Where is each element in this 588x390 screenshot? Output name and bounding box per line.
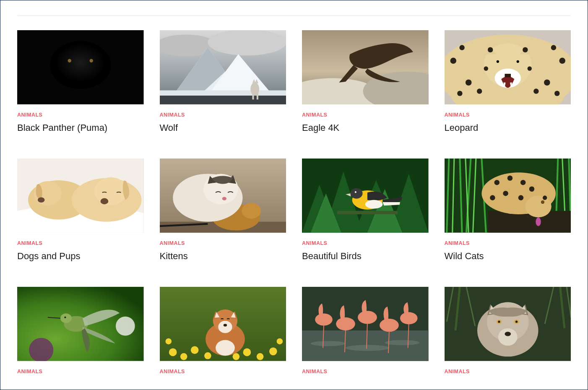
svg-point-162 (505, 332, 511, 336)
svg-point-1 (50, 41, 111, 89)
svg-point-132 (216, 340, 235, 356)
category-link[interactable]: ANIMALS (445, 240, 470, 246)
svg-point-56 (101, 198, 109, 205)
svg-point-96 (536, 218, 541, 226)
svg-point-115 (180, 353, 187, 360)
svg-point-130 (218, 321, 232, 333)
svg-point-117 (204, 352, 211, 359)
category-link[interactable]: ANIMALS (302, 112, 327, 118)
wallpaper-card: ANIMALSDogs and Pups (17, 159, 144, 262)
svg-rect-11 (160, 90, 286, 95)
svg-point-27 (496, 60, 499, 63)
svg-point-34 (465, 79, 471, 86)
svg-point-95 (525, 196, 551, 218)
wallpaper-card: ANIMALSWolf (160, 30, 286, 133)
category-link[interactable]: ANIMALS (160, 240, 185, 246)
wallpaper-card: ANIMALSLeopard (445, 30, 571, 133)
svg-point-166 (515, 321, 517, 323)
wallpaper-thumbnail[interactable] (445, 159, 571, 233)
wallpaper-thumbnail[interactable] (17, 287, 144, 361)
svg-point-97 (494, 180, 499, 185)
wallpaper-thumbnail[interactable] (445, 287, 571, 361)
wallpaper-card: ANIMALSBlack Panther (Puma) (17, 30, 144, 133)
svg-point-118 (243, 348, 251, 356)
top-divider (17, 16, 571, 16)
svg-point-103 (490, 195, 495, 200)
wallpaper-title[interactable]: Beautiful Birds (302, 250, 362, 262)
wallpaper-thumbnail[interactable] (160, 30, 286, 104)
svg-rect-16 (256, 94, 258, 100)
wallpaper-thumbnail[interactable] (160, 159, 286, 233)
category-link[interactable]: ANIMALS (302, 240, 327, 246)
svg-point-40 (487, 47, 492, 52)
category-link[interactable]: ANIMALS (302, 369, 327, 374)
svg-point-100 (503, 191, 508, 196)
svg-point-99 (520, 180, 525, 185)
wallpaper-thumbnail[interactable] (17, 30, 144, 104)
wallpaper-thumbnail[interactable] (17, 159, 144, 233)
svg-point-66 (222, 197, 226, 200)
category-link[interactable]: ANIMALS (17, 369, 42, 374)
wallpaper-title[interactable]: Black Panther (Puma) (17, 122, 107, 134)
wallpaper-card: ANIMALS (17, 287, 144, 374)
svg-point-142 (400, 312, 418, 325)
svg-point-55 (94, 177, 127, 205)
wallpaper-card: ANIMALSBeautiful Birds (302, 159, 429, 262)
svg-point-102 (529, 187, 534, 192)
svg-point-120 (269, 348, 277, 356)
svg-point-38 (533, 88, 539, 94)
svg-point-53 (38, 198, 45, 203)
svg-point-6 (208, 30, 286, 55)
svg-point-45 (559, 57, 565, 64)
category-link[interactable]: ANIMALS (445, 369, 470, 374)
wallpaper-title[interactable]: Dogs and Pups (17, 250, 80, 262)
svg-rect-74 (337, 211, 398, 214)
svg-point-104 (542, 196, 546, 200)
svg-point-101 (518, 195, 523, 200)
wallpaper-card: ANIMALS (302, 287, 429, 374)
svg-point-110 (60, 314, 72, 323)
svg-point-122 (276, 338, 283, 345)
category-link[interactable]: ANIMALS (160, 369, 185, 374)
svg-point-42 (484, 66, 488, 70)
svg-point-161 (498, 328, 517, 346)
wallpaper-card: ANIMALSEagle 4K (302, 30, 429, 133)
svg-point-46 (459, 45, 464, 50)
svg-point-36 (457, 91, 462, 96)
wallpaper-title[interactable]: Leopard (445, 122, 479, 134)
svg-point-2 (68, 59, 71, 62)
wallpaper-thumbnail[interactable] (302, 287, 429, 361)
wallpaper-title[interactable]: Wolf (160, 122, 178, 134)
category-link[interactable]: ANIMALS (160, 112, 185, 118)
svg-point-141 (380, 319, 399, 332)
svg-point-108 (116, 317, 135, 336)
svg-point-39 (554, 91, 559, 96)
wallpaper-title[interactable]: Kittens (160, 250, 188, 262)
wallpaper-card: ANIMALSKittens (160, 159, 286, 262)
wallpaper-thumbnail[interactable] (302, 30, 429, 104)
svg-rect-15 (252, 94, 254, 100)
svg-point-116 (190, 346, 198, 354)
svg-point-29 (516, 60, 519, 63)
category-link[interactable]: ANIMALS (445, 112, 470, 118)
svg-point-140 (358, 311, 377, 324)
wallpaper-thumbnail[interactable] (302, 159, 429, 233)
svg-point-139 (336, 317, 355, 330)
svg-point-37 (544, 79, 550, 86)
svg-point-131 (223, 324, 226, 327)
category-link[interactable]: ANIMALS (17, 240, 42, 246)
svg-point-76 (350, 188, 362, 199)
svg-point-79 (365, 200, 383, 209)
wallpaper-gallery: ANIMALSBlack Panther (Puma) ANIMALSWolf … (17, 30, 571, 374)
svg-point-138 (315, 314, 333, 326)
wallpaper-card: ANIMALS (160, 287, 286, 374)
category-link[interactable]: ANIMALS (17, 112, 42, 118)
wallpaper-title[interactable]: Eagle 4K (302, 122, 339, 134)
svg-point-98 (507, 176, 512, 181)
svg-point-123 (232, 353, 239, 360)
svg-point-78 (355, 191, 356, 193)
wallpaper-title[interactable]: Wild Cats (445, 250, 484, 262)
wallpaper-thumbnail[interactable] (445, 30, 571, 104)
wallpaper-thumbnail[interactable] (160, 287, 286, 361)
svg-rect-25 (505, 74, 511, 77)
